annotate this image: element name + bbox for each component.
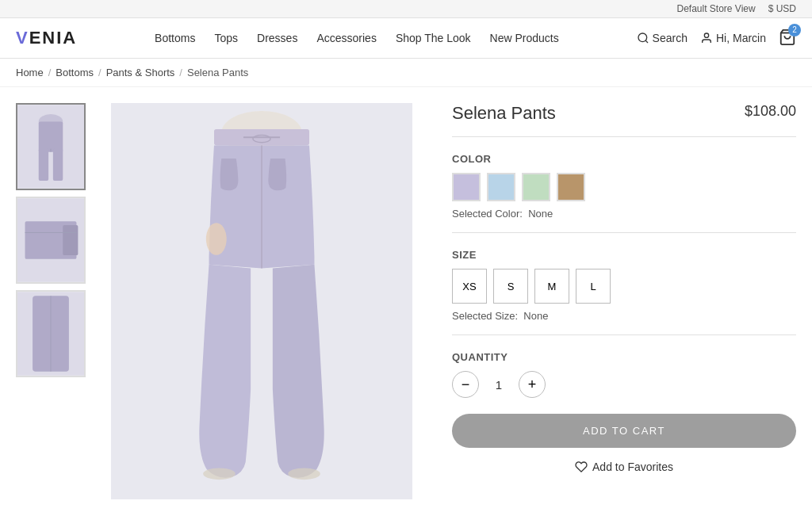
- currency-label: $ USD: [768, 3, 796, 14]
- quantity-section: Quantity − 1 +: [452, 351, 796, 398]
- top-bar: Default Store View $ USD: [0, 0, 812, 18]
- quantity-decrease-button[interactable]: −: [452, 371, 479, 398]
- quantity-increase-button[interactable]: +: [519, 371, 546, 398]
- svg-rect-7: [39, 149, 48, 181]
- swatch-light-blue[interactable]: [487, 173, 515, 201]
- selected-size-value: None: [523, 310, 548, 322]
- svg-point-2: [704, 33, 708, 37]
- size-s[interactable]: S: [493, 269, 528, 304]
- user-account-button[interactable]: Hi, Marcin: [700, 32, 766, 44]
- nav-item-dresses[interactable]: Dresses: [257, 32, 297, 44]
- main-content: Selena Pants $108.00 Color Selected Colo…: [0, 87, 812, 515]
- svg-rect-12: [63, 225, 78, 255]
- svg-point-22: [203, 468, 236, 480]
- nav-item-new-products[interactable]: New Products: [490, 32, 559, 44]
- selected-color-info: Selected Color: None: [452, 208, 796, 233]
- breadcrumb-sep-2: /: [98, 67, 102, 78]
- product-price: $108.00: [745, 103, 796, 120]
- nav-item-bottoms[interactable]: Bottoms: [155, 32, 195, 44]
- thumbnail-1[interactable]: [16, 103, 86, 190]
- svg-rect-8: [53, 149, 63, 181]
- size-xs[interactable]: XS: [452, 269, 487, 304]
- breadcrumb-sep-1: /: [48, 67, 52, 78]
- main-nav: Bottoms Tops Dresses Accessories Shop Th…: [155, 32, 559, 44]
- svg-rect-6: [39, 122, 63, 152]
- nav-item-accessories[interactable]: Accessories: [316, 32, 376, 44]
- color-section: Color Selected Color: None: [452, 153, 796, 233]
- thumbnail-list: [16, 103, 87, 499]
- minus-icon: −: [462, 377, 470, 392]
- quantity-label: Quantity: [452, 351, 796, 363]
- product-info: Selena Pants $108.00 Color Selected Colo…: [436, 103, 796, 499]
- product-title: Selena Pants: [452, 103, 556, 124]
- thumbnail-2[interactable]: [16, 197, 86, 284]
- header: VENIA Bottoms Tops Dresses Accessories S…: [0, 18, 812, 59]
- quantity-controls: − 1 +: [452, 371, 796, 398]
- selected-color-value: None: [528, 208, 553, 220]
- quantity-value: 1: [479, 378, 519, 392]
- user-icon: [700, 32, 713, 44]
- svg-point-23: [288, 468, 320, 480]
- color-swatches: [452, 173, 796, 201]
- store-view-label: Default Store View: [676, 3, 755, 14]
- header-actions: Search Hi, Marcin 2: [637, 29, 796, 48]
- heart-icon: [575, 461, 588, 473]
- breadcrumb-sep-3: /: [179, 67, 182, 78]
- cart-badge: 2: [788, 24, 801, 36]
- breadcrumb-bottoms[interactable]: Bottoms: [56, 67, 94, 78]
- user-label: Hi, Marcin: [716, 32, 766, 44]
- plus-icon: +: [528, 377, 537, 392]
- main-product-image: [111, 103, 412, 499]
- swatch-tan[interactable]: [557, 173, 585, 201]
- search-icon: [637, 32, 649, 44]
- svg-point-0: [638, 33, 647, 42]
- nav-list: Bottoms Tops Dresses Accessories Shop Th…: [155, 32, 559, 44]
- breadcrumb-pants-shorts[interactable]: Pants & Shorts: [106, 67, 175, 78]
- svg-line-1: [645, 40, 648, 43]
- cart-button[interactable]: 2: [779, 29, 796, 48]
- size-m[interactable]: M: [534, 269, 569, 304]
- nav-item-tops[interactable]: Tops: [214, 32, 238, 44]
- size-options: XS S M L: [452, 269, 796, 304]
- selected-color-label: Selected Color:: [452, 208, 523, 220]
- add-to-favorites-button[interactable]: Add to Favorites: [452, 461, 796, 473]
- color-label: Color: [452, 153, 796, 165]
- breadcrumb-home[interactable]: Home: [16, 67, 44, 78]
- selected-size-label: Selected Size:: [452, 310, 518, 322]
- swatch-lavender[interactable]: [452, 173, 481, 201]
- thumbnail-3[interactable]: [16, 290, 86, 377]
- size-label: Size: [452, 249, 796, 261]
- selected-size-info: Selected Size: None: [452, 310, 796, 335]
- search-button[interactable]: Search: [637, 32, 688, 44]
- search-label: Search: [653, 32, 688, 44]
- nav-item-shop-the-look[interactable]: Shop The Look: [396, 32, 471, 44]
- svg-point-24: [206, 223, 227, 255]
- breadcrumb-current: Selena Pants: [187, 67, 248, 78]
- add-to-favorites-label: Add to Favorites: [592, 461, 673, 473]
- size-section: Size XS S M L Selected Size: None: [452, 249, 796, 335]
- product-header: Selena Pants $108.00: [452, 103, 796, 137]
- add-to-cart-button[interactable]: ADD TO CART: [452, 414, 796, 448]
- breadcrumb: Home / Bottoms / Pants & Shorts / Selena…: [0, 59, 812, 87]
- logo[interactable]: VENIA: [16, 28, 77, 48]
- size-l[interactable]: L: [576, 269, 611, 304]
- swatch-mint[interactable]: [522, 173, 550, 201]
